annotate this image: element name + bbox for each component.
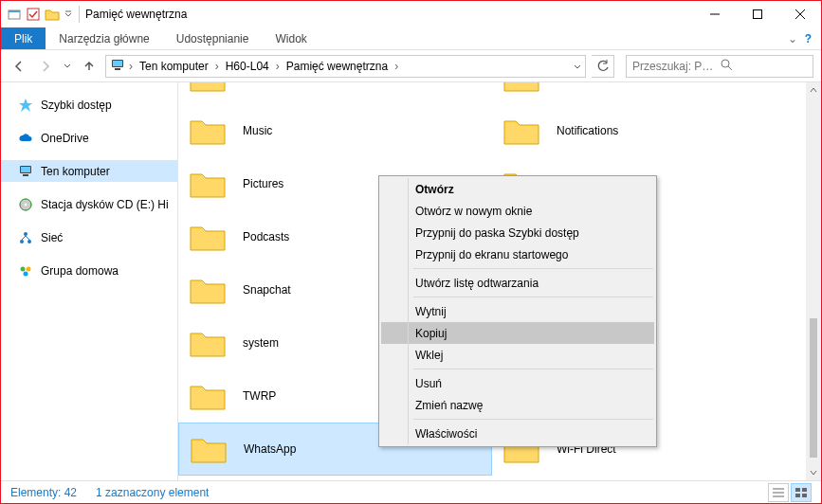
folder-label: Notifications bbox=[557, 124, 618, 137]
recent-dropdown-icon[interactable] bbox=[62, 56, 73, 77]
svg-rect-28 bbox=[802, 488, 807, 492]
folder-label: system bbox=[243, 336, 279, 350]
scroll-up-icon[interactable] bbox=[806, 82, 821, 98]
sidebar-item-homegroup[interactable]: Grupa domowa bbox=[1, 260, 177, 281]
folder-label: TWRP bbox=[243, 389, 276, 403]
address-dropdown-icon[interactable] bbox=[574, 60, 581, 73]
status-item-count: Elementy: 42 bbox=[10, 486, 77, 499]
svg-rect-1 bbox=[9, 10, 20, 12]
sidebar-label: Sieć bbox=[41, 231, 63, 244]
breadcrumb-item-thispc[interactable]: Ten komputer bbox=[137, 60, 211, 73]
folder-icon bbox=[502, 114, 541, 148]
refresh-button[interactable] bbox=[592, 55, 614, 78]
folder-icon[interactable] bbox=[45, 7, 60, 22]
scrollbar-thumb[interactable] bbox=[810, 318, 817, 458]
scroll-down-icon[interactable] bbox=[806, 465, 821, 480]
sidebar-item-this-pc[interactable]: Ten komputer bbox=[1, 160, 177, 182]
folder-label: Podcasts bbox=[243, 230, 289, 243]
up-button[interactable] bbox=[79, 56, 100, 77]
menu-item-cut[interactable]: Wytnij bbox=[381, 300, 654, 322]
menu-item-pin-start[interactable]: Przypnij do ekranu startowego bbox=[381, 243, 654, 265]
svg-point-16 bbox=[25, 203, 27, 206]
ribbon-expand-icon[interactable]: ⌄ bbox=[788, 32, 797, 45]
sidebar-label: Ten komputer bbox=[41, 165, 110, 178]
menu-item-paste[interactable]: Wklej bbox=[381, 344, 654, 366]
sidebar-label: Szybki dostęp bbox=[41, 99, 112, 112]
pc-icon bbox=[18, 164, 33, 179]
menu-separator bbox=[413, 297, 653, 297]
ribbon-tabs: Plik Narzędzia główne Udostępnianie Wido… bbox=[1, 27, 821, 50]
sidebar-item-network[interactable]: Sieć bbox=[1, 226, 177, 248]
folder-item[interactable] bbox=[178, 82, 492, 104]
properties-icon[interactable] bbox=[26, 7, 41, 22]
svg-rect-9 bbox=[115, 68, 120, 70]
menu-item-create-playlist[interactable]: Utwórz listę odtwarzania bbox=[381, 272, 654, 294]
svg-point-10 bbox=[722, 60, 729, 67]
svg-point-23 bbox=[24, 271, 28, 276]
maximize-button[interactable] bbox=[736, 1, 778, 27]
folder-icon bbox=[188, 114, 228, 148]
chevron-right-icon[interactable]: › bbox=[213, 60, 221, 73]
folder-icon bbox=[188, 273, 228, 307]
menu-separator bbox=[413, 369, 653, 369]
folder-icon bbox=[502, 82, 541, 95]
search-input[interactable]: Przeszukaj: Pamięć wewnętrz... bbox=[626, 55, 813, 78]
folder-icon bbox=[188, 379, 228, 413]
svg-point-20 bbox=[27, 240, 31, 243]
breadcrumb-item-storage[interactable]: Pamięć wewnętrzna bbox=[283, 60, 391, 73]
svg-rect-14 bbox=[23, 174, 28, 176]
view-large-icons-button[interactable] bbox=[791, 483, 812, 502]
folder-icon bbox=[189, 432, 228, 466]
menu-item-rename[interactable]: Zmień nazwę bbox=[381, 394, 654, 416]
folder-label: Music bbox=[243, 124, 272, 137]
menu-item-delete[interactable]: Usuń bbox=[381, 372, 654, 394]
status-bar: Elementy: 42 1 zaznaczony element bbox=[1, 480, 821, 503]
folder-label: WhatsApp bbox=[244, 442, 296, 456]
svg-rect-27 bbox=[795, 488, 800, 492]
folder-icon bbox=[188, 326, 228, 360]
folder-item-music[interactable]: Music bbox=[178, 104, 492, 157]
folder-item-notifications[interactable]: Notifications bbox=[492, 104, 806, 157]
menu-item-properties[interactable]: Właściwości bbox=[381, 423, 654, 444]
separator bbox=[79, 6, 80, 23]
search-icon bbox=[720, 58, 807, 74]
folder-label: Snapchat bbox=[243, 283, 291, 297]
svg-rect-13 bbox=[21, 167, 30, 172]
quick-access-toolbar bbox=[1, 1, 82, 27]
app-icon bbox=[7, 7, 22, 22]
vertical-scrollbar[interactable] bbox=[806, 82, 821, 480]
help-icon[interactable]: ? bbox=[805, 32, 812, 45]
view-details-button[interactable] bbox=[768, 483, 789, 502]
breadcrumb[interactable]: › Ten komputer › H60-L04 › Pamięć wewnęt… bbox=[105, 55, 586, 78]
search-placeholder: Przeszukaj: Pamięć wewnętrz... bbox=[632, 60, 720, 73]
tab-file[interactable]: Plik bbox=[1, 27, 46, 49]
menu-item-open[interactable]: Otwórz bbox=[381, 178, 654, 200]
menu-item-pin-quick-access[interactable]: Przypnij do paska Szybki dostęp bbox=[381, 222, 654, 243]
sidebar-label: OneDrive bbox=[41, 132, 89, 145]
minimize-button[interactable] bbox=[693, 1, 736, 27]
sidebar-item-cd-drive[interactable]: Stacja dysków CD (E:) Hi bbox=[1, 193, 177, 215]
tab-share[interactable]: Udostępnianie bbox=[163, 27, 263, 49]
star-icon bbox=[18, 98, 33, 113]
menu-item-copy[interactable]: Kopiuj bbox=[381, 322, 654, 344]
folder-item[interactable] bbox=[492, 82, 806, 104]
forward-button[interactable] bbox=[35, 56, 56, 77]
tab-home[interactable]: Narzędzia główne bbox=[46, 27, 162, 49]
sidebar-item-quick-access[interactable]: Szybki dostęp bbox=[1, 94, 177, 116]
breadcrumb-item-device[interactable]: H60-L04 bbox=[223, 60, 272, 73]
title-bar: Pamięć wewnętrzna bbox=[1, 1, 821, 27]
navigation-pane: Szybki dostęp OneDrive Ten komputer Stac… bbox=[1, 82, 178, 480]
folder-label: Pictures bbox=[243, 177, 283, 190]
sidebar-item-onedrive[interactable]: OneDrive bbox=[1, 127, 177, 149]
chevron-right-icon[interactable]: › bbox=[274, 60, 282, 73]
back-button[interactable] bbox=[9, 56, 29, 77]
tab-view[interactable]: Widok bbox=[262, 27, 320, 49]
homegroup-icon bbox=[18, 263, 33, 279]
close-button[interactable] bbox=[778, 1, 821, 27]
chevron-right-icon[interactable]: › bbox=[393, 60, 400, 73]
svg-point-21 bbox=[21, 266, 26, 271]
chevron-right-icon[interactable]: › bbox=[127, 60, 135, 73]
qat-dropdown-icon[interactable] bbox=[64, 7, 73, 22]
svg-point-18 bbox=[24, 232, 27, 236]
menu-item-open-new-window[interactable]: Otwórz w nowym oknie bbox=[381, 200, 654, 222]
